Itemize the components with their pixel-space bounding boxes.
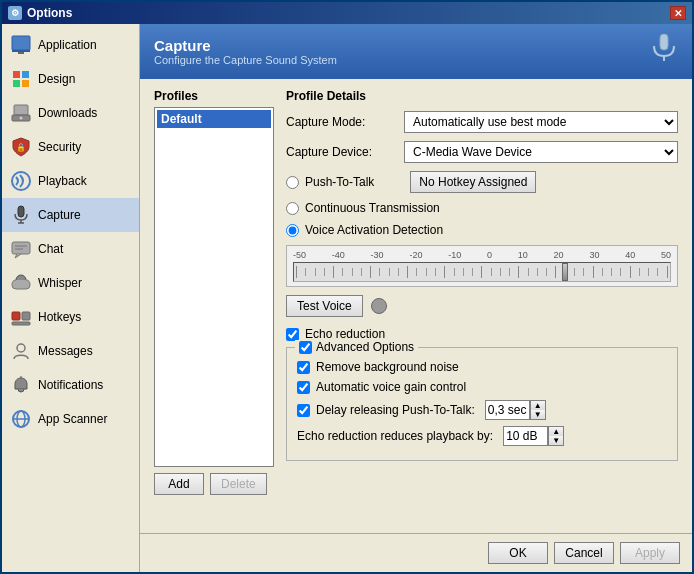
echo-reduction-row: Echo reduction <box>286 327 678 341</box>
appscanner-icon <box>10 408 32 430</box>
apply-button[interactable]: Apply <box>620 542 680 564</box>
title-bar-left: ⚙ Options <box>8 6 72 20</box>
sidebar-item-security[interactable]: 🔒 Security <box>2 130 139 164</box>
sidebar-label-notifications: Notifications <box>38 378 103 392</box>
echo-playback-spinbox-wrapper: ▲ ▼ <box>503 426 564 446</box>
test-voice-button[interactable]: Test Voice <box>286 295 363 317</box>
svg-rect-0 <box>12 36 30 50</box>
sidebar-item-playback[interactable]: Playback <box>2 164 139 198</box>
title-bar: ⚙ Options ✕ <box>2 2 692 24</box>
add-profile-button[interactable]: Add <box>154 473 204 495</box>
capture-mode-row: Capture Mode: Automatically use best mod… <box>286 111 678 133</box>
advanced-options-title: Advanced Options <box>295 340 418 354</box>
delay-spinbox-wrapper: ▲ ▼ <box>485 400 546 420</box>
sidebar-item-hotkeys[interactable]: Hotkeys <box>2 300 139 334</box>
sidebar-item-downloads[interactable]: Downloads <box>2 96 139 130</box>
remove-bg-row: Remove background noise <box>297 360 667 374</box>
echo-playback-spin-down[interactable]: ▼ <box>549 436 563 445</box>
delay-spin-up[interactable]: ▲ <box>531 401 545 410</box>
sidebar-label-downloads: Downloads <box>38 106 97 120</box>
sidebar-label-design: Design <box>38 72 75 86</box>
advanced-options-checkbox[interactable] <box>299 341 312 354</box>
sidebar-item-design[interactable]: Design <box>2 62 139 96</box>
cancel-button[interactable]: Cancel <box>554 542 614 564</box>
hotkey-button[interactable]: No Hotkey Assigned <box>410 171 536 193</box>
profiles-label: Profiles <box>154 89 274 103</box>
continuous-row: Continuous Transmission <box>286 201 678 215</box>
header-subtitle: Configure the Capture Sound System <box>154 54 337 66</box>
window-icon: ⚙ <box>8 6 22 20</box>
svg-rect-19 <box>12 312 20 320</box>
svg-rect-7 <box>14 105 28 115</box>
profiles-buttons: Add Delete <box>154 473 274 495</box>
push-to-talk-row: Push-To-Talk No Hotkey Assigned <box>286 171 678 193</box>
delay-spinbox[interactable] <box>485 400 530 420</box>
echo-playback-spin-up[interactable]: ▲ <box>549 427 563 436</box>
close-button[interactable]: ✕ <box>670 6 686 20</box>
remove-bg-label: Remove background noise <box>316 360 459 374</box>
sidebar-item-chat[interactable]: Chat <box>2 232 139 266</box>
application-icon <box>10 34 32 56</box>
capture-mode-select[interactable]: Automatically use best mode <box>404 111 678 133</box>
delay-checkbox[interactable] <box>297 404 310 417</box>
header-text: Capture Configure the Capture Sound Syst… <box>154 37 337 66</box>
delete-profile-button[interactable]: Delete <box>210 473 267 495</box>
ok-button[interactable]: OK <box>488 542 548 564</box>
hotkeys-icon <box>10 306 32 328</box>
delay-label: Delay releasing Push-To-Talk: <box>316 403 475 417</box>
sidebar-item-notifications[interactable]: Notifications <box>2 368 139 402</box>
test-voice-row: Test Voice <box>286 295 678 317</box>
echo-playback-spinbox[interactable] <box>503 426 548 446</box>
sidebar-label-application: Application <box>38 38 97 52</box>
sidebar-item-whisper[interactable]: Whisper <box>2 266 139 300</box>
sidebar-item-messages[interactable]: Messages <box>2 334 139 368</box>
voice-activation-radio[interactable] <box>286 224 299 237</box>
capture-device-select[interactable]: C-Media Wave Device <box>404 141 678 163</box>
advanced-options-group: Advanced Options Remove background noise… <box>286 347 678 461</box>
push-to-talk-label: Push-To-Talk <box>305 175 374 189</box>
profile-item-default[interactable]: Default <box>157 110 271 128</box>
bottom-bar: OK Cancel Apply <box>140 533 692 572</box>
profiles-layout: Profiles Default Add Delete Profile Deta… <box>154 89 678 523</box>
details-col: Profile Details Capture Mode: Automatica… <box>286 89 678 523</box>
sidebar-label-security: Security <box>38 140 81 154</box>
design-icon <box>10 68 32 90</box>
sidebar-item-capture[interactable]: Capture <box>2 198 139 232</box>
capture-device-row: Capture Device: C-Media Wave Device <box>286 141 678 163</box>
delay-spin-arrows: ▲ ▼ <box>530 400 546 420</box>
voice-threshold-slider-container: -50 -40 -30 -20 -10 0 10 20 30 40 50 <box>286 245 678 287</box>
continuous-radio[interactable] <box>286 202 299 215</box>
auto-gain-checkbox[interactable] <box>297 381 310 394</box>
sidebar-label-hotkeys: Hotkeys <box>38 310 81 324</box>
push-to-talk-radio[interactable] <box>286 176 299 189</box>
voice-threshold-slider-track[interactable] <box>293 262 671 282</box>
microphone-icon <box>648 32 680 71</box>
security-icon: 🔒 <box>10 136 32 158</box>
echo-reduction-checkbox[interactable] <box>286 328 299 341</box>
continuous-label: Continuous Transmission <box>305 201 440 215</box>
capture-device-label: Capture Device: <box>286 145 396 159</box>
options-window: ⚙ Options ✕ Application Design <box>0 0 694 574</box>
profiles-list[interactable]: Default <box>154 107 274 467</box>
test-voice-indicator <box>371 298 387 314</box>
auto-gain-label: Automatic voice gain control <box>316 380 466 394</box>
sidebar: Application Design Downloads 🔒 Security <box>2 24 140 572</box>
svg-rect-6 <box>22 80 29 87</box>
delay-spin-down[interactable]: ▼ <box>531 410 545 419</box>
voice-activation-label: Voice Activation Detection <box>305 223 443 237</box>
window-body: Application Design Downloads 🔒 Security <box>2 24 692 572</box>
svg-rect-3 <box>13 71 20 78</box>
sidebar-item-application[interactable]: Application <box>2 28 139 62</box>
sidebar-item-appscanner[interactable]: App Scanner <box>2 402 139 436</box>
echo-playback-label: Echo reduction reduces playback by: <box>297 429 493 443</box>
voice-threshold-thumb[interactable] <box>562 263 568 281</box>
main-content: Capture Configure the Capture Sound Syst… <box>140 24 692 572</box>
svg-rect-12 <box>18 206 24 217</box>
echo-playback-spin-arrows: ▲ ▼ <box>548 426 564 446</box>
playback-icon <box>10 170 32 192</box>
remove-bg-checkbox[interactable] <box>297 361 310 374</box>
notifications-icon <box>10 374 32 396</box>
sidebar-label-playback: Playback <box>38 174 87 188</box>
svg-rect-4 <box>22 71 29 78</box>
svg-rect-21 <box>12 322 30 325</box>
